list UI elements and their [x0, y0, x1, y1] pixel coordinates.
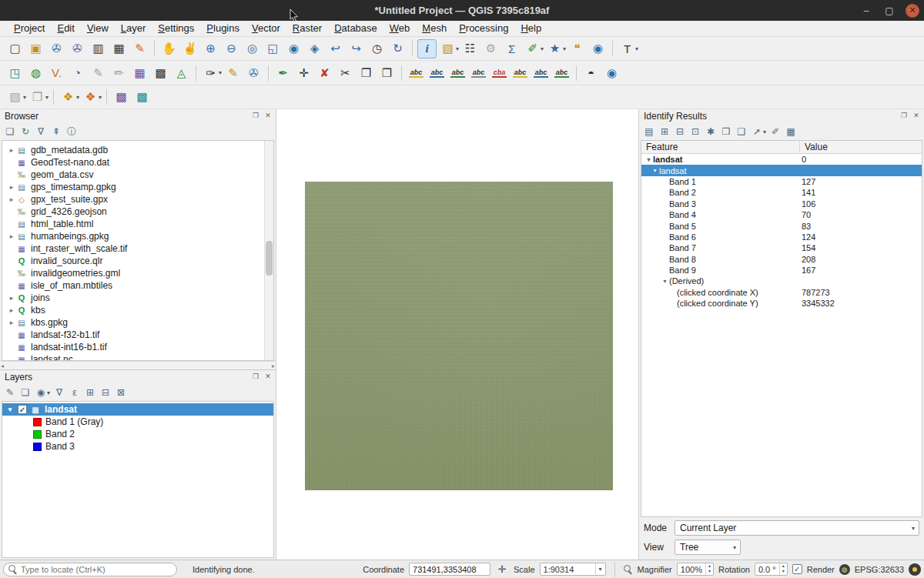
identify-row-band5[interactable]: Band 583 — [641, 220, 922, 231]
never-show-labels-icon[interactable]: cba — [492, 68, 507, 78]
save-edits-icon[interactable]: ✇ — [244, 63, 263, 82]
menu-help[interactable]: Help — [514, 21, 547, 36]
current-edits-icon[interactable]: ✑ — [201, 63, 220, 82]
menu-layer[interactable]: Layer — [115, 21, 152, 36]
zoom-last-icon[interactable]: ↩ — [326, 39, 345, 58]
open-project-icon[interactable]: ▣ — [26, 39, 45, 58]
identify-row-band1[interactable]: Band 1127 — [641, 176, 922, 187]
chevron-down-icon[interactable]: ▾ — [908, 525, 919, 532]
rotation-spinbox[interactable]: 0.0 ° ▴▾ — [755, 563, 788, 576]
browser-item-tif2[interactable]: ▦landsat-f32-b1.tif — [2, 329, 264, 341]
current-edits-dropdown-icon[interactable]: ▾ — [219, 69, 222, 76]
browser-item-html[interactable]: ▤html_table.html — [2, 218, 264, 230]
python-console-icon[interactable]: ◓ — [581, 63, 601, 82]
bookmarks-icon[interactable]: ★ — [545, 39, 564, 58]
map-tips-icon[interactable]: ❝ — [567, 39, 587, 58]
collapse-all-layers-icon[interactable]: ⊟ — [99, 386, 112, 399]
identify-row-band2[interactable]: Band 2141 — [641, 187, 922, 198]
browser-item-joins[interactable]: ▸Qjoins — [2, 292, 264, 304]
paste-features-icon[interactable]: ❒ — [377, 63, 397, 82]
collapse-tree-icon[interactable]: ⊟ — [673, 125, 687, 139]
branch-closed-icon[interactable]: ▸ — [7, 319, 16, 326]
layer-badge-dropdown-icon[interactable]: ▾ — [99, 94, 102, 101]
minimize-button[interactable]: – — [859, 4, 873, 18]
new-project-icon[interactable]: ▢ — [5, 39, 25, 58]
messages-icon[interactable] — [909, 563, 921, 576]
close-button[interactable]: ✕ — [906, 4, 919, 18]
menu-mesh[interactable]: Mesh — [416, 21, 453, 36]
browser-item-dat[interactable]: ▦GeodTest-nano.dat — [2, 156, 264, 169]
filter-browser-icon[interactable]: ∇ — [34, 125, 48, 139]
change-label-icon[interactable]: abc — [554, 68, 570, 78]
crs-status[interactable]: EPSG:32633 — [855, 565, 904, 574]
new-virtual-layer-icon[interactable]: ▦ — [130, 63, 149, 82]
identify-mode-dropdown-icon[interactable]: ▾ — [763, 129, 766, 135]
annotation-dropdown-icon[interactable]: ▾ — [635, 45, 638, 52]
data-source-manager-icon[interactable]: ◳ — [5, 63, 25, 82]
new-geopackage-layer-icon[interactable]: ◍ — [26, 63, 45, 82]
toggle-editing-icon[interactable]: ✎ — [223, 63, 243, 82]
zoom-out-icon[interactable]: ⊖ — [222, 39, 241, 58]
identify-row-band7[interactable]: Band 7154 — [641, 242, 922, 253]
new-shapefile-layer-icon[interactable]: V. — [47, 63, 66, 82]
layers-float-icon[interactable]: ❐ — [251, 372, 260, 381]
new-mesh-layer-icon[interactable]: ◬ — [172, 63, 191, 82]
layer-styling-icon[interactable]: ✎ — [3, 386, 17, 399]
style-manager-icon[interactable]: ✎ — [130, 39, 149, 58]
branch-open-icon[interactable]: ▾ — [661, 278, 669, 285]
identify-row-band8[interactable]: Band 8208 — [641, 254, 922, 265]
map-canvas[interactable] — [276, 109, 639, 560]
menu-plugins[interactable]: Plugins — [200, 21, 246, 36]
remove-layer-icon[interactable]: ⊠ — [114, 386, 128, 399]
zoom-next-icon[interactable]: ↪ — [346, 39, 366, 58]
browser-horizontal-scrollbar[interactable]: ◂ ▸ — [0, 361, 276, 369]
branch-closed-icon[interactable]: ▸ — [7, 146, 16, 154]
scale-select[interactable]: 1:90314 ▾ — [540, 563, 606, 576]
menu-project[interactable]: Project — [8, 21, 51, 36]
expand-all-icon[interactable]: ⊞ — [83, 386, 97, 399]
browser-item-nc[interactable]: ▦landsat.nc — [2, 353, 264, 360]
browser-item-csv[interactable]: ‰geom_data.csv — [2, 169, 264, 181]
chevron-down-icon[interactable]: ▾ — [595, 563, 605, 575]
layer-band-3[interactable]: Band 3 — [2, 440, 273, 453]
expand-new-results-icon[interactable]: ⊡ — [688, 125, 702, 139]
browser-properties-icon[interactable]: ⓘ — [65, 125, 79, 139]
layout-manager-icon[interactable]: ▦ — [109, 39, 129, 58]
identify-row-clicked-x[interactable]: (clicked coordinate X)787273 — [641, 287, 922, 298]
identify-mode-select[interactable]: Current Layer ▾ — [675, 520, 919, 536]
identify-help-icon[interactable]: ▦ — [784, 125, 798, 139]
layer-labeling-icon[interactable]: abc — [409, 68, 424, 78]
zoom-to-selection-icon[interactable]: ◉ — [284, 39, 303, 58]
menu-web[interactable]: Web — [383, 21, 417, 36]
browser-item-qlr[interactable]: Qinvalid_source.qlr — [2, 255, 264, 267]
toggle-extents-icon[interactable]: ✛ — [496, 562, 508, 577]
new-print-layout-icon[interactable]: ▥ — [89, 39, 108, 58]
layer-diagram-icon[interactable]: abc — [430, 68, 445, 78]
spin-up-icon[interactable]: ▴ — [706, 563, 713, 569]
browser-item-tif3[interactable]: ▦landsat-int16-b1.tif — [2, 341, 264, 353]
add-layer-dropdown-icon[interactable]: ▾ — [76, 94, 79, 101]
add-feature-icon[interactable]: ✒ — [273, 63, 293, 82]
browser-item-gdb[interactable]: ▸▤gdb_metadata.gdb — [2, 144, 264, 156]
select-features-dropdown-icon[interactable]: ▾ — [456, 45, 459, 52]
add-group-icon[interactable]: ❏ — [18, 386, 32, 399]
layer-checkbox[interactable]: ✓ — [18, 405, 27, 414]
feature-column-header[interactable]: Feature — [641, 141, 800, 153]
browser-item-tif1[interactable]: ▦int_raster_with_scale.tif — [2, 242, 264, 255]
highlight-pinned-labels-icon[interactable]: abc — [450, 68, 466, 78]
print-results-icon[interactable]: ❑ — [735, 125, 748, 139]
open-attribute-table-icon[interactable]: ☷ — [460, 39, 480, 58]
identify-settings-icon[interactable]: ✐ — [768, 125, 782, 139]
manage-map-themes-icon[interactable]: ◉ — [34, 386, 48, 399]
raster-calculator-icon[interactable]: ▩ — [151, 63, 170, 82]
identify-close-icon[interactable]: ✕ — [912, 111, 921, 120]
branch-open-icon[interactable]: ▾ — [5, 406, 15, 413]
open-form-icon[interactable]: ▤ — [642, 125, 656, 139]
scroll-left-icon[interactable]: ◂ — [1, 363, 4, 369]
zoom-to-layer-icon[interactable]: ◈ — [305, 39, 324, 58]
chevron-down-icon[interactable]: ▾ — [729, 544, 740, 551]
branch-closed-icon[interactable]: ▸ — [7, 232, 16, 240]
branch-open-icon[interactable]: ▾ — [651, 167, 659, 174]
layer-band-2[interactable]: Band 2 — [2, 428, 273, 440]
identify-row-band6[interactable]: Band 6124 — [641, 232, 922, 242]
